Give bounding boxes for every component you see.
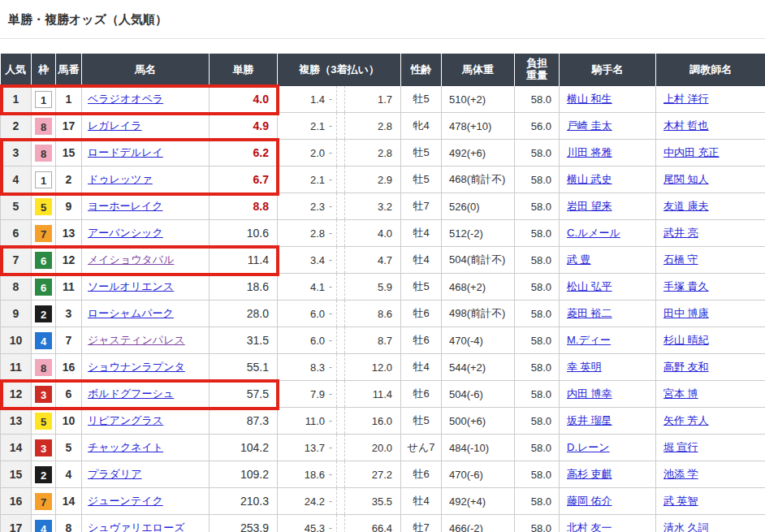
horse-name-cell: ローシャムパーク	[82, 301, 210, 327]
horse-number-cell: 5	[56, 435, 82, 461]
sex-age-cell: 牡6	[401, 327, 442, 354]
sex-age-cell: 牡5	[401, 140, 442, 167]
jockey-link[interactable]: 横山 和生	[567, 93, 612, 105]
jockey-link[interactable]: 菱田 裕二	[567, 307, 612, 319]
trainer-link[interactable]: 堀 宣行	[663, 441, 698, 453]
place-odds-divider	[336, 220, 345, 246]
sex-age-cell: 牡5	[401, 86, 442, 113]
jockey-link[interactable]: 坂井 瑠星	[567, 414, 612, 426]
horse-name-link[interactable]: ローシャムパーク	[88, 307, 174, 319]
trainer-cell: 矢作 芳人	[656, 408, 765, 435]
place-odds-divider	[336, 488, 345, 514]
horse-name-link[interactable]: ボルドグフーシュ	[88, 387, 174, 400]
table-row: 1 1 1 ベラジオオペラ 4.0 1.4 - 1.7 牡5 510(+2) 5…	[1, 86, 765, 113]
horse-name-link[interactable]: メイショウタバル	[88, 253, 174, 266]
trainer-link[interactable]: 尾関 知人	[663, 173, 709, 185]
trainer-link[interactable]: 石橋 守	[663, 253, 698, 266]
table-row: 12 3 6 ボルドグフーシュ 57.5 7.9 - 11.4 牡6 504(-…	[1, 381, 765, 408]
place-odds-high: 8.7	[345, 335, 400, 347]
horse-name-link[interactable]: リピアングラス	[88, 414, 163, 426]
horse-name-link[interactable]: プラダリア	[88, 468, 142, 480]
horse-weight-cell: 504(前計不)	[442, 247, 515, 274]
trainer-link[interactable]: 武井 亮	[663, 227, 698, 239]
trainer-link[interactable]: 手塚 貴久	[663, 280, 709, 292]
trainer-link[interactable]: 宮本 博	[663, 387, 698, 400]
rank-cell: 3	[1, 140, 32, 167]
header-row: 人気 枠 馬番 馬名 単勝 複勝（3着払い） 性齢 馬体重 負担重量 騎手名 調…	[1, 54, 765, 86]
horse-name-link[interactable]: ソールオリエンス	[88, 280, 174, 292]
trainer-cell: 石橋 守	[656, 247, 765, 274]
horse-name-cell: ロードデルレイ	[82, 140, 210, 167]
horse-name-link[interactable]: シュヴァリエローズ	[88, 521, 184, 532]
trainer-link[interactable]: 武 英智	[663, 495, 698, 507]
trainer-cell: 中内田 充正	[656, 140, 765, 167]
jockey-link[interactable]: 松山 弘平	[567, 280, 612, 292]
place-odds-cell: 6.0 - 8.7	[278, 327, 401, 354]
jockey-link[interactable]: M.ディー	[567, 334, 611, 346]
jockey-link[interactable]: 岩田 望来	[567, 200, 612, 212]
horse-name-link[interactable]: ショウナンラプンタ	[88, 361, 185, 373]
place-odds-cell: 6.0 - 8.6	[278, 301, 401, 327]
trainer-link[interactable]: 中内田 充正	[663, 146, 720, 158]
place-odds-high: 1.7	[345, 93, 400, 106]
horse-name-link[interactable]: ロードデルレイ	[88, 146, 163, 158]
horse-name-link[interactable]: レガレイラ	[88, 119, 142, 132]
impost-cell: 58.0	[515, 167, 560, 193]
trainer-link[interactable]: 矢作 芳人	[663, 414, 709, 426]
trainer-link[interactable]: 杉山 晴紀	[663, 334, 709, 346]
place-odds-dash: -	[325, 308, 336, 319]
trainer-cell: 高野 友和	[656, 354, 765, 381]
jockey-link[interactable]: 北村 友一	[567, 521, 612, 532]
trainer-link[interactable]: 高野 友和	[663, 361, 709, 373]
frame-cell: 8	[32, 140, 56, 167]
horse-name-link[interactable]: ヨーホーレイク	[88, 200, 163, 212]
horse-number-cell: 15	[56, 140, 82, 167]
trainer-link[interactable]: 田中 博康	[663, 307, 709, 319]
place-odds-divider	[336, 140, 345, 166]
jockey-link[interactable]: 戸崎 圭太	[567, 119, 612, 132]
jockey-link[interactable]: 武 豊	[567, 253, 591, 266]
jockey-link[interactable]: 幸 英明	[567, 361, 602, 373]
horse-name-link[interactable]: チャックネイト	[88, 441, 163, 453]
table-row: 17 4 8 シュヴァリエローズ 253.9 45.3 - 66.4 牡7 46…	[1, 515, 765, 532]
jockey-link[interactable]: 高杉 吏麒	[567, 468, 612, 480]
rank-cell: 4	[1, 167, 32, 193]
jockey-link[interactable]: D.レーン	[567, 441, 610, 453]
place-odds-low: 2.0	[278, 147, 325, 159]
place-odds-cell: 2.3 - 3.2	[278, 193, 401, 220]
horse-name-link[interactable]: ベラジオオペラ	[88, 93, 163, 105]
frame-badge: 5	[35, 413, 52, 430]
frame-cell: 4	[32, 327, 56, 354]
horse-name-link[interactable]: アーバンシック	[88, 227, 163, 239]
trainer-link[interactable]: 木村 哲也	[663, 119, 709, 132]
jockey-cell: 松山 弘平	[560, 274, 656, 301]
trainer-link[interactable]: 友道 康夫	[663, 200, 709, 212]
place-odds-cell: 7.9 - 11.4	[278, 381, 401, 408]
horse-name-link[interactable]: ジャスティンパレス	[88, 334, 185, 346]
frame-cell: 5	[32, 193, 56, 220]
horse-weight-cell: 478(+10)	[442, 113, 515, 140]
horse-name-link[interactable]: ドゥレッツァ	[88, 173, 153, 185]
place-odds-high: 35.5	[345, 495, 400, 508]
trainer-link[interactable]: 上村 洋行	[663, 93, 709, 105]
horse-name-cell: チャックネイト	[82, 435, 210, 461]
jockey-link[interactable]: 藤岡 佑介	[567, 495, 612, 507]
place-odds-dash: -	[325, 442, 336, 453]
win-odds-cell: 4.9	[210, 113, 278, 140]
jockey-link[interactable]: C.ルメール	[567, 227, 620, 239]
impost-cell: 58.0	[515, 86, 560, 113]
jockey-link[interactable]: 内田 博幸	[567, 387, 612, 400]
sex-age-cell: 牡4	[401, 488, 442, 515]
jockey-link[interactable]: 横山 武史	[567, 173, 612, 185]
rank-cell: 8	[1, 274, 32, 301]
trainer-link[interactable]: 池添 学	[663, 468, 698, 480]
trainer-link[interactable]: 清水 久詞	[663, 521, 709, 532]
rank-cell: 15	[1, 461, 32, 488]
place-odds-divider	[336, 381, 345, 407]
col-header-sex-age: 性齢	[401, 54, 442, 86]
jockey-link[interactable]: 川田 将雅	[567, 146, 612, 158]
place-odds-low: 6.0	[278, 308, 325, 320]
horse-name-link[interactable]: ジューンテイク	[88, 495, 163, 507]
jockey-cell: 戸崎 圭太	[560, 113, 656, 140]
impost-cell: 58.0	[515, 220, 560, 247]
